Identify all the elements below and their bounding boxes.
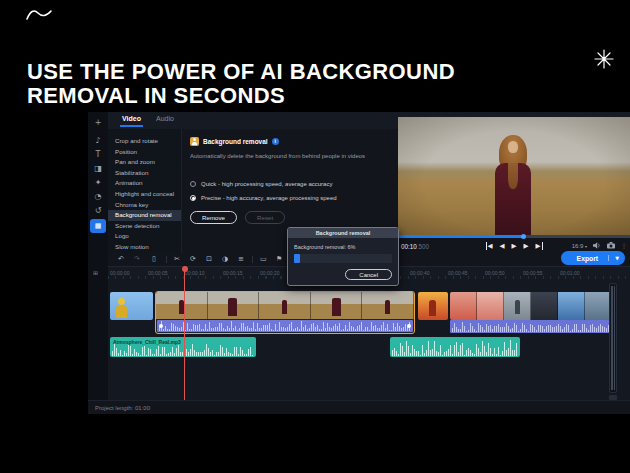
sidebar-item-crop-and-rotate[interactable]: Crop and rotate xyxy=(108,136,181,147)
video-clip-2-selected[interactable] xyxy=(155,291,415,334)
preview-subject xyxy=(499,135,527,173)
decorative-squiggle-icon xyxy=(25,5,53,23)
progress-bar xyxy=(294,254,392,263)
split-scissors-icon[interactable]: ✂ xyxy=(174,254,180,265)
audio-clip-label: Atmosphere_Chill_Real.mp3 xyxy=(113,339,181,345)
dialog-title: Background removal xyxy=(288,228,398,238)
ruler-label: 00:00:15 xyxy=(223,270,242,276)
clip-thumbnails xyxy=(156,292,414,319)
ruler-label: 00:00:45 xyxy=(448,270,467,276)
ruler-label: 00:00:10 xyxy=(185,270,204,276)
sidebar-item-position[interactable]: Position xyxy=(108,147,181,158)
add-media-icon[interactable]: + xyxy=(88,116,108,129)
clip-right-handle[interactable] xyxy=(407,324,411,328)
more-tools-icon[interactable]: ▦ xyxy=(90,219,106,233)
previous-clip-icon[interactable]: ◀ xyxy=(486,242,493,250)
linked-audio-waveform xyxy=(450,320,612,333)
redo-icon[interactable]: ↷ xyxy=(134,254,140,265)
undo-icon[interactable]: ↶ xyxy=(118,254,124,265)
sidebar-item-chroma-key[interactable]: Chroma key xyxy=(108,200,181,211)
music-icon[interactable]: ♪ xyxy=(88,134,108,147)
add-track-icon[interactable]: ⊞ xyxy=(93,269,98,276)
stickers-icon[interactable]: ✦ xyxy=(88,176,108,189)
decorative-sparkle-icon xyxy=(594,49,614,69)
volume-icon[interactable] xyxy=(593,242,601,249)
ruler-label: 00:00:05 xyxy=(148,270,167,276)
export-button[interactable]: Export ▼ xyxy=(561,251,625,265)
promo-page: USE THE POWER OF AI BACKGROUND REMOVAL I… xyxy=(0,0,630,473)
sidebar-item-highlight-and-conceal[interactable]: Highlight and conceal xyxy=(108,189,181,200)
ruler-label: 00:00:40 xyxy=(410,270,429,276)
ruler-label: 00:00:55 xyxy=(523,270,542,276)
clip-thumbnails xyxy=(450,292,612,320)
video-preview xyxy=(398,117,630,235)
background-removal-icon xyxy=(190,137,199,146)
playhead[interactable] xyxy=(184,266,185,400)
preview-menu-icon[interactable]: ⋮ xyxy=(621,242,627,249)
headline-line1: USE THE POWER OF AI BACKGROUND xyxy=(27,60,455,84)
headline: USE THE POWER OF AI BACKGROUND REMOVAL I… xyxy=(27,60,455,107)
ruler-label: 00:01:00 xyxy=(560,270,579,276)
snapshot-camera-icon[interactable] xyxy=(607,242,615,249)
status-bar: Project length: 01:00 xyxy=(88,400,630,414)
tab-audio[interactable]: Audio xyxy=(156,115,174,122)
tool-rail: + ♪ T ◨ ✦ ◔ ↺ ▦ xyxy=(88,112,108,400)
audio-clip-2[interactable] xyxy=(390,337,520,357)
linked-audio-waveform xyxy=(157,320,413,332)
color-adjustments-icon[interactable]: ◑ xyxy=(222,254,228,265)
precise-radio[interactable] xyxy=(190,195,196,201)
remove-button[interactable]: Remove xyxy=(190,211,237,224)
rotate-icon[interactable]: ⟳ xyxy=(190,254,196,265)
video-clip-1[interactable] xyxy=(110,292,153,320)
ruler-label: 00:00:20 xyxy=(260,270,279,276)
ruler-label: 00:00:00 xyxy=(110,270,129,276)
background-removal-progress-dialog: Background removal Background removal: 6… xyxy=(287,227,399,286)
next-clip-icon[interactable]: ▶ xyxy=(536,242,543,250)
reset-button[interactable]: Reset xyxy=(245,211,285,224)
record-icon[interactable]: ▭ xyxy=(260,254,267,265)
sidebar-item-slow-motion[interactable]: Slow motion xyxy=(108,242,181,253)
dialog-status-text: Background removal: 6% xyxy=(294,244,355,250)
cancel-button[interactable]: Cancel xyxy=(345,269,392,280)
delete-icon[interactable]: ▯ xyxy=(152,254,156,265)
sidebar-item-animation[interactable]: Animation xyxy=(108,178,181,189)
play-icon[interactable]: ▶ xyxy=(512,242,517,250)
titles-icon[interactable]: T xyxy=(88,148,108,161)
sidebar-item-background-removal[interactable]: Background removal xyxy=(108,210,181,221)
aspect-ratio-select[interactable]: 16:9 ▾ xyxy=(572,243,587,249)
headline-line2: REMOVAL IN SECONDS xyxy=(27,84,455,108)
clip-left-handle[interactable] xyxy=(159,324,163,328)
sidebar-item-logo[interactable]: Logo xyxy=(108,231,181,242)
clip-properties-icon[interactable]: ≡ xyxy=(238,254,244,265)
animation-icon[interactable]: ↺ xyxy=(88,204,108,217)
export-options-caret-icon[interactable]: ▼ xyxy=(608,255,625,261)
sidebar-item-stabilization[interactable]: Stabilization xyxy=(108,168,181,179)
step-forward-icon[interactable]: ▶ xyxy=(524,242,529,250)
step-back-icon[interactable]: ◀ xyxy=(500,242,505,250)
quick-radio[interactable] xyxy=(190,181,196,187)
sidebar-item-pan-and-zoom[interactable]: Pan and zoom xyxy=(108,157,181,168)
timeline[interactable]: ▣ ⇅ ♪ ⇅ xyxy=(88,279,630,400)
video-clip-4[interactable] xyxy=(450,292,612,320)
precise-radio-label: Precise - high accuracy, average process… xyxy=(201,195,337,201)
timeline-vertical-scrollbar[interactable] xyxy=(609,283,617,393)
video-clip-3[interactable] xyxy=(418,292,448,320)
seek-handle[interactable] xyxy=(521,234,526,239)
seek-bar[interactable] xyxy=(398,235,630,238)
tab-video[interactable]: Video xyxy=(122,115,141,122)
transitions-icon[interactable]: ◨ xyxy=(88,162,108,175)
panel-title: Background removal xyxy=(203,138,268,145)
ruler-label: 00:00:50 xyxy=(485,270,504,276)
panel-description: Automatically delete the background from… xyxy=(190,153,395,159)
project-length-label: Project length: 01:00 xyxy=(95,405,150,411)
audio-clip-atmosphere[interactable]: Atmosphere_Chill_Real.mp3 xyxy=(110,337,256,357)
sidebar-item-scene-detection[interactable]: Scene detection xyxy=(108,221,181,232)
crop-icon[interactable]: ⊡ xyxy=(206,254,212,265)
quick-radio-label: Quick - high processing speed, average a… xyxy=(201,181,332,187)
marker-flag-icon[interactable]: ⚑ xyxy=(276,254,282,265)
filters-icon[interactable]: ◔ xyxy=(88,190,108,203)
info-icon[interactable]: i xyxy=(272,138,279,145)
